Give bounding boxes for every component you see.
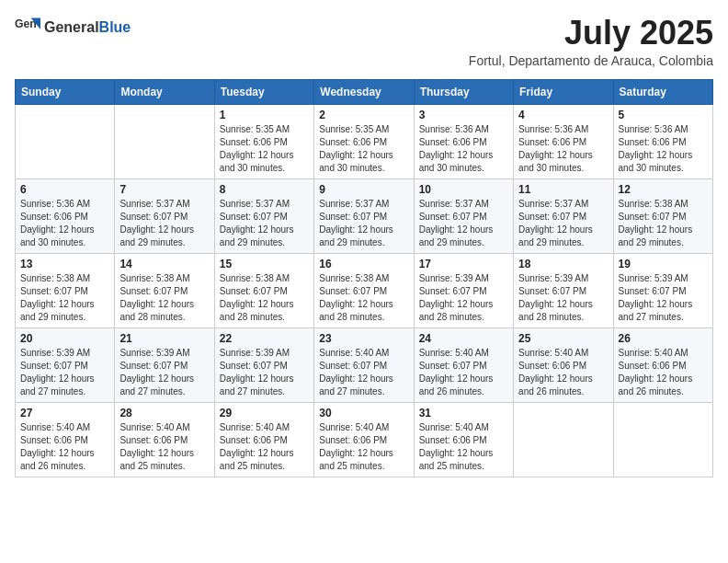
day-number: 1	[220, 109, 309, 121]
day-number: 2	[319, 109, 408, 121]
day-info: Sunrise: 5:40 AMSunset: 6:06 PMDaylight:…	[518, 347, 608, 398]
day-number: 12	[619, 183, 708, 196]
calendar-cell: 15Sunrise: 5:38 AMSunset: 6:07 PMDayligh…	[214, 253, 313, 327]
day-number: 5	[619, 109, 708, 121]
day-number: 6	[20, 183, 109, 196]
day-number: 21	[119, 332, 209, 345]
calendar-cell: 26Sunrise: 5:40 AMSunset: 6:06 PMDayligh…	[613, 327, 712, 402]
day-number: 26	[619, 332, 708, 345]
day-number: 22	[220, 332, 309, 345]
calendar-cell: 20Sunrise: 5:39 AMSunset: 6:07 PMDayligh…	[16, 327, 115, 402]
day-info: Sunrise: 5:39 AMSunset: 6:07 PMDaylight:…	[220, 347, 309, 398]
calendar-cell: 30Sunrise: 5:40 AMSunset: 6:06 PMDayligh…	[314, 402, 414, 477]
day-info: Sunrise: 5:37 AMSunset: 6:07 PMDaylight:…	[220, 198, 309, 249]
calendar-week-row: 13Sunrise: 5:38 AMSunset: 6:07 PMDayligh…	[16, 253, 713, 327]
day-info: Sunrise: 5:40 AMSunset: 6:06 PMDaylight:…	[119, 421, 209, 473]
calendar-cell: 8Sunrise: 5:37 AMSunset: 6:07 PMDaylight…	[214, 178, 313, 253]
calendar-header-row: SundayMondayTuesdayWednesdayThursdayFrid…	[16, 79, 713, 104]
calendar-cell: 6Sunrise: 5:36 AMSunset: 6:06 PMDaylight…	[16, 178, 115, 253]
weekday-header-friday: Friday	[514, 79, 613, 104]
day-info: Sunrise: 5:38 AMSunset: 6:07 PMDaylight:…	[619, 198, 708, 249]
calendar-cell: 13Sunrise: 5:38 AMSunset: 6:07 PMDayligh…	[16, 253, 115, 327]
calendar-cell	[16, 104, 115, 178]
day-number: 27	[20, 407, 109, 419]
calendar-cell: 29Sunrise: 5:40 AMSunset: 6:06 PMDayligh…	[214, 402, 313, 477]
calendar-cell: 21Sunrise: 5:39 AMSunset: 6:07 PMDayligh…	[115, 327, 214, 402]
calendar-cell: 19Sunrise: 5:39 AMSunset: 6:07 PMDayligh…	[613, 253, 712, 327]
calendar-cell: 24Sunrise: 5:40 AMSunset: 6:07 PMDayligh…	[414, 327, 513, 402]
day-info: Sunrise: 5:36 AMSunset: 6:06 PMDaylight:…	[619, 123, 708, 175]
day-info: Sunrise: 5:37 AMSunset: 6:07 PMDaylight:…	[319, 198, 408, 249]
logo: Gen GeneralBlue	[15, 15, 131, 40]
day-number: 30	[319, 407, 408, 419]
day-number: 3	[419, 109, 508, 121]
calendar-cell: 12Sunrise: 5:38 AMSunset: 6:07 PMDayligh…	[613, 178, 712, 253]
calendar-cell: 3Sunrise: 5:36 AMSunset: 6:06 PMDaylight…	[414, 104, 513, 178]
logo-general: General	[44, 19, 99, 35]
day-number: 23	[319, 332, 408, 345]
day-info: Sunrise: 5:40 AMSunset: 6:06 PMDaylight:…	[20, 421, 109, 473]
day-info: Sunrise: 5:38 AMSunset: 6:07 PMDaylight:…	[319, 272, 408, 324]
calendar-cell: 7Sunrise: 5:37 AMSunset: 6:07 PMDaylight…	[115, 178, 214, 253]
calendar-week-row: 27Sunrise: 5:40 AMSunset: 6:06 PMDayligh…	[16, 402, 713, 477]
day-number: 20	[20, 332, 109, 345]
day-info: Sunrise: 5:35 AMSunset: 6:06 PMDaylight:…	[220, 123, 309, 175]
calendar-cell: 11Sunrise: 5:37 AMSunset: 6:07 PMDayligh…	[514, 178, 613, 253]
day-number: 17	[419, 258, 508, 270]
calendar-cell: 5Sunrise: 5:36 AMSunset: 6:06 PMDaylight…	[613, 104, 712, 178]
day-number: 16	[319, 258, 408, 270]
weekday-header-tuesday: Tuesday	[214, 79, 313, 104]
day-info: Sunrise: 5:36 AMSunset: 6:06 PMDaylight:…	[419, 123, 508, 175]
day-info: Sunrise: 5:39 AMSunset: 6:07 PMDaylight:…	[119, 347, 209, 398]
calendar-cell: 22Sunrise: 5:39 AMSunset: 6:07 PMDayligh…	[214, 327, 313, 402]
weekday-header-thursday: Thursday	[414, 79, 513, 104]
calendar-cell	[514, 402, 613, 477]
weekday-header-sunday: Sunday	[16, 79, 115, 104]
calendar-cell: 10Sunrise: 5:37 AMSunset: 6:07 PMDayligh…	[414, 178, 513, 253]
day-info: Sunrise: 5:37 AMSunset: 6:07 PMDaylight:…	[518, 198, 608, 249]
month-year-title: July 2025	[469, 15, 713, 52]
day-number: 13	[20, 258, 109, 270]
calendar-cell: 16Sunrise: 5:38 AMSunset: 6:07 PMDayligh…	[314, 253, 414, 327]
logo-blue: Blue	[99, 19, 131, 35]
day-number: 11	[518, 183, 608, 196]
day-number: 14	[119, 258, 209, 270]
day-number: 18	[518, 258, 608, 270]
day-info: Sunrise: 5:38 AMSunset: 6:07 PMDaylight:…	[119, 272, 209, 324]
calendar-cell	[115, 104, 214, 178]
day-number: 8	[220, 183, 309, 196]
calendar-week-row: 1Sunrise: 5:35 AMSunset: 6:06 PMDaylight…	[16, 104, 713, 178]
day-info: Sunrise: 5:37 AMSunset: 6:07 PMDaylight:…	[119, 198, 209, 249]
day-info: Sunrise: 5:38 AMSunset: 6:07 PMDaylight:…	[20, 272, 109, 324]
day-number: 29	[220, 407, 309, 419]
day-info: Sunrise: 5:39 AMSunset: 6:07 PMDaylight:…	[20, 347, 109, 398]
calendar-cell: 25Sunrise: 5:40 AMSunset: 6:06 PMDayligh…	[514, 327, 613, 402]
day-number: 4	[518, 109, 608, 121]
day-number: 7	[119, 183, 209, 196]
day-info: Sunrise: 5:36 AMSunset: 6:06 PMDaylight:…	[518, 123, 608, 175]
weekday-header-wednesday: Wednesday	[314, 79, 414, 104]
day-info: Sunrise: 5:35 AMSunset: 6:06 PMDaylight:…	[319, 123, 408, 175]
day-info: Sunrise: 5:40 AMSunset: 6:06 PMDaylight:…	[619, 347, 708, 398]
calendar-table: SundayMondayTuesdayWednesdayThursdayFrid…	[15, 79, 713, 477]
day-info: Sunrise: 5:39 AMSunset: 6:07 PMDaylight:…	[518, 272, 608, 324]
day-info: Sunrise: 5:40 AMSunset: 6:06 PMDaylight:…	[319, 421, 408, 473]
day-info: Sunrise: 5:38 AMSunset: 6:07 PMDaylight:…	[220, 272, 309, 324]
day-number: 10	[419, 183, 508, 196]
calendar-week-row: 6Sunrise: 5:36 AMSunset: 6:06 PMDaylight…	[16, 178, 713, 253]
weekday-header-saturday: Saturday	[613, 79, 712, 104]
title-area: July 2025 Fortul, Departamento de Arauca…	[469, 15, 713, 68]
calendar-cell: 1Sunrise: 5:35 AMSunset: 6:06 PMDaylight…	[214, 104, 313, 178]
day-number: 31	[419, 407, 508, 419]
day-info: Sunrise: 5:40 AMSunset: 6:07 PMDaylight:…	[319, 347, 408, 398]
location-subtitle: Fortul, Departamento de Arauca, Colombia	[469, 53, 713, 68]
day-info: Sunrise: 5:40 AMSunset: 6:07 PMDaylight:…	[419, 347, 508, 398]
calendar-cell: 27Sunrise: 5:40 AMSunset: 6:06 PMDayligh…	[16, 402, 115, 477]
day-info: Sunrise: 5:36 AMSunset: 6:06 PMDaylight:…	[20, 198, 109, 249]
weekday-header-monday: Monday	[115, 79, 214, 104]
calendar-cell: 9Sunrise: 5:37 AMSunset: 6:07 PMDaylight…	[314, 178, 414, 253]
calendar-cell: 4Sunrise: 5:36 AMSunset: 6:06 PMDaylight…	[514, 104, 613, 178]
calendar-cell: 31Sunrise: 5:40 AMSunset: 6:06 PMDayligh…	[414, 402, 513, 477]
day-info: Sunrise: 5:37 AMSunset: 6:07 PMDaylight:…	[419, 198, 508, 249]
day-info: Sunrise: 5:39 AMSunset: 6:07 PMDaylight:…	[619, 272, 708, 324]
